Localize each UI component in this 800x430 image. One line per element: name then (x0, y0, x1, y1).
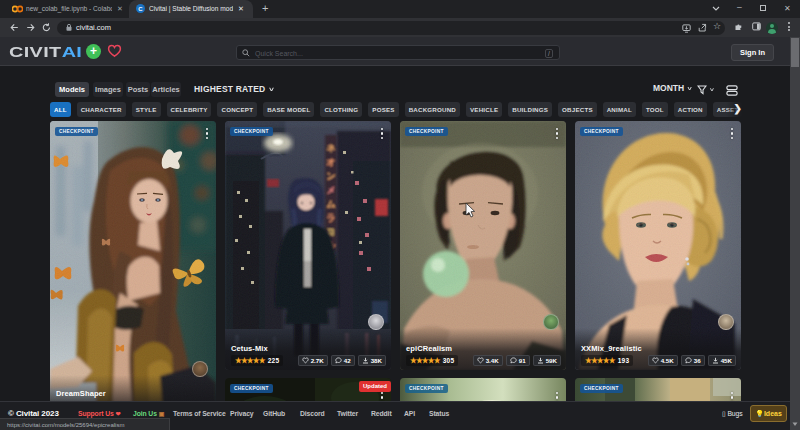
svg-text:C: C (138, 6, 143, 12)
